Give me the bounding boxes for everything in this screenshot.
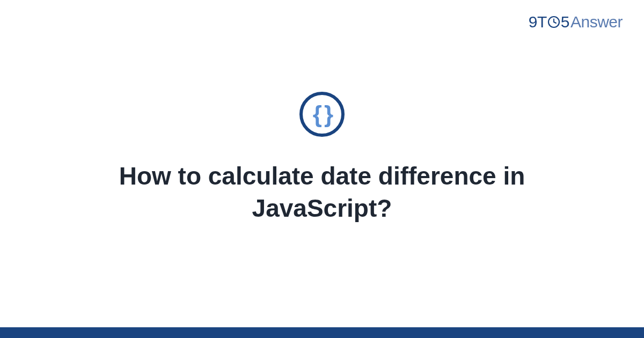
code-braces-icon: { } [299,92,345,137]
page-title: How to calculate date difference in Java… [54,160,590,225]
braces-symbol: { } [313,102,331,126]
footer-bar [0,327,644,338]
main-content: { } How to calculate date difference in … [0,0,644,338]
